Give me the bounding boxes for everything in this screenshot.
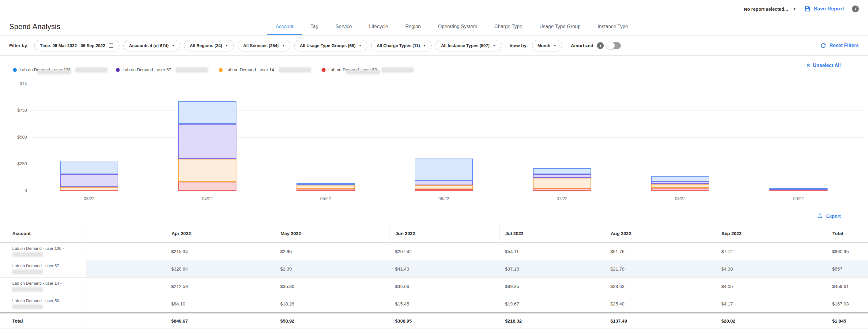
bar-segment-lab-on-demand-user-57[interactable] [415, 180, 473, 185]
bar-06-22[interactable] [415, 84, 473, 191]
legend-dot-icon [116, 68, 120, 72]
tab-service[interactable]: Service [327, 18, 361, 35]
bar-segment-lab-on-demand-user-14[interactable] [178, 159, 237, 181]
tab-instance-type[interactable]: Instance Type [589, 18, 637, 35]
column-header-empty [86, 224, 166, 242]
legend-item-lab-on-demand-user-136[interactable]: Lab on Demand - user 136 [13, 61, 116, 79]
legend-dot-icon [321, 68, 326, 72]
export-row: Export [0, 207, 868, 224]
bar-segment-lab-on-demand-user-14[interactable] [297, 185, 355, 189]
chevron-down-icon: ▼ [282, 44, 285, 47]
bar-segment-lab-on-demand-user-50[interactable] [533, 189, 591, 191]
bar-09-22[interactable] [769, 84, 828, 191]
tab-usage-type-group[interactable]: Usage Type Group [531, 18, 589, 35]
empty-cell [86, 313, 166, 328]
time-filter[interactable]: Time: 06 Mar 2022 - 06 Sep 2022 [34, 40, 119, 52]
bar-segment-lab-on-demand-user-136[interactable] [651, 176, 709, 181]
tab-charge-type[interactable]: Charge Type [486, 18, 531, 35]
info-icon[interactable]: i [597, 42, 604, 49]
redacted-text [279, 67, 311, 72]
bar-segment-lab-on-demand-user-136[interactable] [60, 161, 118, 174]
column-header-sep-2022: Sep 2022 [716, 224, 827, 242]
export-button[interactable]: Export [817, 213, 841, 219]
bar-segment-lab-on-demand-user-136[interactable] [769, 188, 828, 190]
usage-type-groups-filter[interactable]: All Usage Type Groups (68)▼ [294, 40, 367, 52]
bar-08-22[interactable] [651, 84, 709, 191]
y-axis-tick: $500 [1, 135, 27, 140]
charge-types-filter[interactable]: All Charge Types (11)▼ [371, 40, 432, 52]
bar-04-22[interactable] [178, 84, 237, 191]
y-axis-tick: $1k [1, 81, 27, 86]
amortized-label: Amortized [571, 43, 593, 48]
unselect-all-button[interactable]: ✕ Unselect All [806, 62, 841, 68]
spend-analysis-app: No report selected... ▼ Save Report i Sp… [0, 0, 868, 333]
legend-dot-icon [13, 68, 17, 72]
account-cell: Total [0, 313, 86, 328]
value-cell-jul-2022: $54.11 [500, 243, 605, 260]
column-header-jun-2022: Jun 2022 [390, 224, 500, 242]
bar-segment-lab-on-demand-user-57[interactable] [60, 174, 118, 187]
bar-segment-lab-on-demand-user-14[interactable] [533, 178, 591, 189]
instance-types-filter[interactable]: All Instance Types (507)▼ [436, 40, 501, 52]
bar-segment-lab-on-demand-user-57[interactable] [651, 181, 709, 184]
bar-segment-lab-on-demand-user-57[interactable] [533, 174, 591, 178]
x-axis-line [31, 191, 864, 191]
value-cell-aug-2022: $38.63 [605, 277, 716, 295]
value-cell-apr-2022: $840.67 [166, 313, 275, 328]
legend-item-lab-on-demand-user-57[interactable]: Lab on Demand - user 57 [116, 61, 219, 79]
reset-filters-button[interactable]: Reset Filters [820, 42, 859, 49]
bar-segment-lab-on-demand-user-50[interactable] [178, 182, 237, 191]
bar-segment-lab-on-demand-user-136[interactable] [533, 168, 591, 174]
account-cell: Lab on Demand - user 57 - [0, 260, 86, 277]
tab-account[interactable]: Account [267, 18, 302, 35]
save-report-label: Save Report [814, 6, 844, 12]
chart: $1k$750$500$250003/2204/2205/2206/2207/2… [0, 79, 868, 207]
services-filter[interactable]: All Services (254)▼ [238, 40, 290, 52]
bar-segment-lab-on-demand-user-50[interactable] [297, 189, 355, 191]
bar-segment-lab-on-demand-user-14[interactable] [415, 185, 473, 189]
chevron-down-icon: ▼ [359, 44, 362, 47]
redacted-text [12, 270, 43, 274]
value-cell-jul-2022: $210.32 [500, 313, 605, 328]
account-cell: Lab on Demand - user 14 - [0, 277, 86, 295]
value-cell-jun-2022: $36.66 [390, 277, 500, 295]
tab-operating-system[interactable]: Operating System [429, 18, 486, 35]
view-by-select[interactable]: Month ▼ [532, 40, 562, 52]
export-icon [817, 213, 823, 219]
save-report-button[interactable]: Save Report [804, 5, 844, 12]
charge-types-filter-label: All Charge Types (11) [377, 43, 420, 48]
legend-item-lab-on-demand-user-14[interactable]: Lab on Demand - user 14 [219, 61, 321, 79]
accounts-filter[interactable]: Accounts 4 (of 674)▼ [123, 40, 180, 52]
bar-03-22[interactable] [60, 84, 118, 191]
table-row-lab-on-demand-user-14: Lab on Demand - user 14 -$212.59$35.30$3… [0, 277, 868, 295]
unselect-all-label: Unselect All [813, 63, 841, 68]
value-cell-may-2022: $58.92 [275, 313, 390, 328]
info-icon[interactable]: i [852, 5, 859, 12]
bar-segment-lab-on-demand-user-136[interactable] [415, 159, 473, 180]
bar-05-22[interactable] [297, 84, 355, 191]
account-cell: Lab on Demand - user 50 - [0, 295, 86, 312]
regions-filter[interactable]: All Regions (24)▼ [184, 40, 234, 52]
empty-cell [86, 295, 166, 312]
value-cell-jul-2022: $99.35 [500, 277, 605, 295]
bar-segment-lab-on-demand-user-136[interactable] [297, 183, 355, 185]
amortized-toggle[interactable] [607, 42, 621, 49]
legend-item-lab-on-demand-user-50[interactable]: Lab on Demand - user 50 [321, 61, 425, 79]
bar-segment-lab-on-demand-user-14[interactable] [60, 187, 118, 191]
bar-segment-lab-on-demand-user-50[interactable] [651, 188, 709, 191]
bar-segment-lab-on-demand-user-57[interactable] [178, 124, 237, 159]
tab-lifecycle[interactable]: Lifecycle [361, 18, 397, 35]
chevron-down-icon: ▼ [553, 44, 557, 47]
toggle-knob [607, 42, 615, 49]
bar-segment-lab-on-demand-user-14[interactable] [651, 184, 709, 188]
value-cell-aug-2022: $51.76 [605, 243, 716, 260]
tab-region[interactable]: Region [397, 18, 429, 35]
bar-segment-lab-on-demand-user-50[interactable] [415, 189, 473, 191]
bar-07-22[interactable] [533, 84, 591, 191]
tab-tag[interactable]: Tag [302, 18, 327, 35]
legend-label: Lab on Demand - user 14 [225, 67, 274, 72]
value-cell-jun-2022: $300.95 [390, 313, 500, 328]
chevron-down-icon: ▼ [225, 44, 228, 47]
report-selector[interactable]: No report selected... ▼ [744, 6, 796, 12]
bar-segment-lab-on-demand-user-136[interactable] [178, 101, 237, 124]
